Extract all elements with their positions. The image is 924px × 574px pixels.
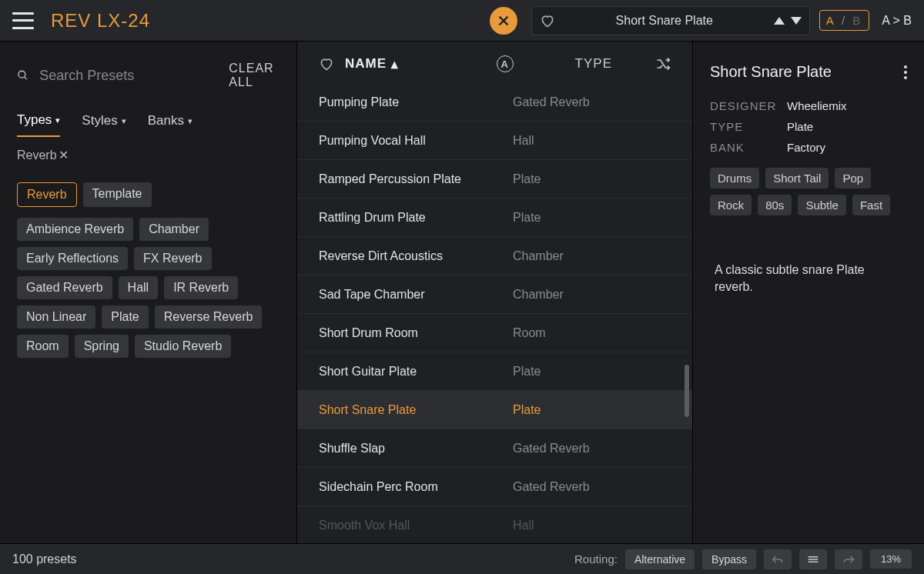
detail-tag[interactable]: Subtle	[798, 195, 846, 215]
preset-type: Gated Reverb	[513, 480, 590, 494]
undo-button[interactable]	[764, 549, 792, 569]
preset-row[interactable]: Shuffle SlapGated Reverb	[297, 429, 692, 468]
preset-type: Gated Reverb	[513, 442, 590, 456]
preset-row[interactable]: Rattling Drum PlatePlate	[297, 199, 692, 237]
preset-row[interactable]: Sad Tape ChamberChamber	[297, 275, 692, 314]
chevron-down-icon: ▾	[55, 115, 60, 125]
preset-list-panel: NAME▴ A TYPE Pumping PlateGated ReverbPu…	[297, 42, 693, 543]
status-bar: 100 presets Routing: Alternative Bypass …	[0, 543, 924, 574]
detail-title: Short Snare Plate	[710, 63, 832, 81]
prev-preset-button[interactable]	[774, 17, 785, 25]
preset-row[interactable]: Reverse Dirt AcousticsChamber	[297, 237, 692, 275]
filter-tag[interactable]: Gated Reverb	[17, 276, 112, 299]
next-preset-button[interactable]	[791, 17, 802, 25]
preset-name: Short Drum Room	[319, 326, 513, 340]
search-input[interactable]	[39, 68, 218, 84]
history-button[interactable]	[799, 549, 827, 569]
preset-name: Reverse Dirt Acoustics	[319, 249, 513, 263]
preset-name: Short Snare Plate	[319, 403, 513, 417]
preset-name: Pumping Vocal Hall	[319, 134, 513, 148]
detail-tag[interactable]: Rock	[710, 195, 752, 215]
detail-tag[interactable]: Drums	[710, 168, 759, 189]
preset-description: A classic subtle snare Plate reverb.	[710, 262, 907, 296]
preset-display: Short Snare Plate	[531, 6, 810, 35]
heart-icon[interactable]	[319, 56, 334, 72]
filter-tag[interactable]: Room	[17, 335, 69, 358]
preset-type: Plate	[513, 172, 541, 186]
filter-tag[interactable]: FX Reverb	[134, 247, 211, 270]
detail-tag[interactable]: 80s	[758, 195, 792, 215]
sort-asc-icon: ▴	[391, 56, 399, 72]
app-header: REV LX-24 Short Snare Plate A / B A > B	[0, 0, 924, 42]
filter-tag[interactable]: Ambience Reverb	[17, 218, 133, 241]
clear-all-button[interactable]: CLEAR ALL	[229, 62, 280, 89]
filter-tag[interactable]: Studio Reverb	[135, 335, 231, 358]
filter-tag[interactable]: Plate	[102, 305, 148, 329]
filter-tag[interactable]: IR Reverb	[164, 276, 238, 299]
preset-row[interactable]: Smooth Vox HallHall	[297, 506, 692, 543]
preset-type: Hall	[513, 134, 534, 148]
filter-tag[interactable]: Reverse Reverb	[155, 305, 263, 329]
shuffle-icon[interactable]	[655, 56, 671, 72]
filter-sidebar: CLEAR ALL Types▾ Styles▾ Banks▾ Reverb✕ …	[0, 42, 297, 543]
filter-tag[interactable]: Template	[83, 182, 152, 207]
meta-key: BANK	[710, 141, 776, 154]
filter-tag[interactable]: Reverb	[17, 182, 77, 207]
preset-type: Plate	[513, 403, 541, 417]
chevron-down-icon: ▾	[122, 116, 126, 126]
close-browser-button[interactable]	[490, 7, 517, 35]
meta-key: DESIGNER	[710, 99, 776, 112]
ab-toggle[interactable]: A / B	[819, 10, 870, 31]
tab-styles[interactable]: Styles▾	[82, 112, 126, 137]
preset-name: Smooth Vox Hall	[319, 519, 513, 532]
preset-name: Shuffle Slap	[319, 442, 513, 456]
active-filter-chip[interactable]: Reverb✕	[17, 148, 280, 162]
filter-tag[interactable]: Chamber	[139, 218, 209, 241]
preset-name: Sidechain Perc Room	[319, 480, 513, 494]
bypass-button[interactable]: Bypass	[702, 549, 756, 569]
preset-type: Plate	[513, 211, 541, 225]
column-header-name[interactable]: NAME▴	[345, 56, 399, 72]
redo-button[interactable]	[835, 549, 862, 569]
column-header-type[interactable]: TYPE	[575, 56, 612, 72]
remove-filter-icon[interactable]: ✕	[59, 148, 69, 162]
preset-row[interactable]: Pumping Vocal HallHall	[297, 122, 692, 160]
filter-tag[interactable]: Non Linear	[17, 305, 95, 329]
routing-select[interactable]: Alternative	[625, 549, 695, 569]
menu-button[interactable]	[12, 12, 34, 29]
tab-types[interactable]: Types▾	[17, 112, 60, 137]
more-options-button[interactable]	[904, 65, 907, 79]
detail-tag[interactable]: Pop	[835, 168, 871, 189]
filter-tag[interactable]: Spring	[75, 335, 129, 358]
preset-row[interactable]: Short Snare PlatePlate	[297, 391, 692, 429]
scrollbar[interactable]	[685, 365, 689, 417]
preset-row[interactable]: Pumping PlateGated Reverb	[297, 83, 692, 122]
close-icon	[497, 14, 511, 28]
arturia-icon[interactable]: A	[497, 55, 514, 72]
filter-tag[interactable]: Hall	[119, 276, 159, 299]
preset-row[interactable]: Sidechain Perc RoomGated Reverb	[297, 468, 692, 506]
current-preset-name[interactable]: Short Snare Plate	[564, 14, 765, 28]
meta-key: TYPE	[710, 120, 776, 133]
meta-value: Factory	[787, 141, 825, 154]
preset-row[interactable]: Short Drum RoomRoom	[297, 314, 692, 352]
preset-type: Hall	[513, 519, 534, 532]
preset-name: Pumping Plate	[319, 95, 513, 109]
ab-copy-button[interactable]: A > B	[882, 14, 912, 28]
preset-name: Sad Tape Chamber	[319, 288, 513, 302]
preset-type: Room	[513, 326, 546, 340]
preset-detail-panel: Short Snare Plate DESIGNERWheeliemix TYP…	[693, 42, 924, 543]
preset-count: 100 presets	[12, 552, 77, 566]
preset-row[interactable]: Short Guitar PlatePlate	[297, 352, 692, 391]
filter-tag[interactable]: Early Reflections	[17, 247, 128, 270]
cpu-meter: 13%	[870, 549, 912, 569]
preset-name: Short Guitar Plate	[319, 365, 513, 379]
preset-type: Chamber	[513, 249, 564, 263]
preset-type: Gated Reverb	[513, 95, 590, 109]
preset-type: Chamber	[513, 288, 564, 302]
detail-tag[interactable]: Short Tail	[765, 168, 829, 189]
heart-icon[interactable]	[540, 13, 555, 28]
preset-row[interactable]: Ramped Percussion PlatePlate	[297, 160, 692, 199]
tab-banks[interactable]: Banks▾	[148, 112, 192, 137]
detail-tag[interactable]: Fast	[852, 195, 890, 215]
